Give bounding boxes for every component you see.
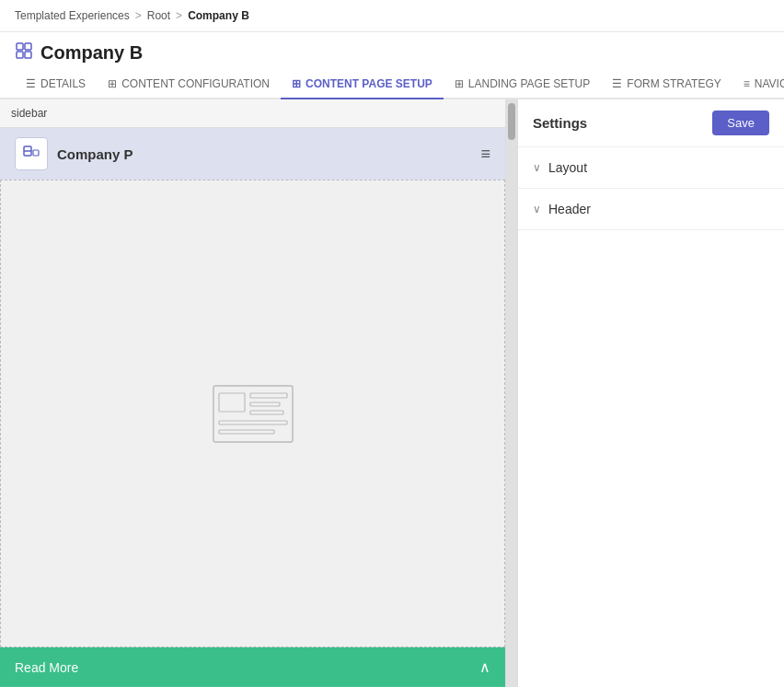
company-header-left: Company P: [15, 137, 133, 170]
svg-rect-12: [219, 430, 274, 434]
content-config-icon: ⊞: [108, 77, 117, 90]
svg-rect-11: [219, 421, 287, 425]
scrollbar-thumb[interactable]: [508, 103, 515, 140]
svg-rect-10: [250, 411, 283, 414]
tab-content-configuration[interactable]: ⊞ CONTENT CONFIGURATION: [97, 70, 281, 99]
svg-rect-9: [250, 402, 280, 406]
breadcrumb-sep-1: >: [135, 9, 142, 22]
company-header: Company P ≡: [0, 128, 505, 180]
content-page-setup-icon: ⊞: [292, 77, 301, 90]
svg-rect-7: [219, 393, 245, 412]
tab-content-page-setup[interactable]: ⊞ CONTENT PAGE SETUP: [281, 70, 444, 99]
tab-details[interactable]: ☰ DETAILS: [15, 70, 97, 99]
settings-header: Settings Save: [518, 99, 784, 147]
layout-chevron-icon: ∨: [533, 161, 541, 174]
page-header: Company B: [0, 32, 784, 70]
tab-navigation[interactable]: ≡ NAVIGATION: [732, 70, 784, 99]
tab-bar: ☰ DETAILS ⊞ CONTENT CONFIGURATION ⊞ CONT…: [0, 70, 784, 99]
svg-rect-3: [25, 52, 31, 58]
breadcrumb-item-3: Company B: [188, 9, 249, 22]
svg-rect-1: [25, 43, 31, 50]
left-panel: sidebar Company P ≡: [0, 99, 506, 687]
save-button[interactable]: Save: [712, 111, 769, 135]
sidebar-label: sidebar: [0, 99, 505, 128]
settings-title: Settings: [533, 115, 587, 131]
settings-section-layout: ∨ Layout: [518, 147, 784, 189]
wireframe-placeholder-icon: [212, 384, 294, 444]
header-chevron-icon: ∨: [533, 203, 541, 215]
form-strategy-icon: ☰: [612, 77, 622, 90]
layout-label: Layout: [548, 160, 587, 175]
svg-rect-8: [250, 393, 287, 398]
breadcrumb-sep-2: >: [176, 9, 182, 22]
svg-rect-0: [17, 43, 23, 50]
header-label: Header: [548, 202, 591, 216]
breadcrumb: Templated Experiences > Root > Company B: [0, 0, 784, 32]
settings-section-header: ∨ Header: [518, 189, 784, 230]
company-name: Company P: [57, 146, 133, 162]
settings-section-layout-header[interactable]: ∨ Layout: [518, 147, 784, 188]
read-more-label: Read More: [15, 660, 78, 675]
svg-rect-2: [17, 52, 23, 58]
main-layout: sidebar Company P ≡: [0, 99, 784, 687]
landing-page-icon: ⊞: [455, 77, 464, 90]
read-more-bar[interactable]: Read More ∧: [0, 647, 505, 687]
preview-area: Company P ≡ Read More ∧: [0, 128, 505, 687]
tab-form-strategy[interactable]: ☰ FORM STRATEGY: [601, 70, 732, 99]
page-icon: [15, 41, 33, 64]
chevron-up-icon: ∧: [479, 658, 490, 676]
scrollbar-track[interactable]: [506, 99, 517, 687]
breadcrumb-item-2[interactable]: Root: [147, 9, 170, 22]
right-panel: Settings Save ∨ Layout ∨ Header: [517, 99, 784, 687]
navigation-icon: ≡: [744, 77, 750, 90]
svg-rect-5: [33, 150, 39, 156]
company-avatar: [15, 137, 48, 170]
details-icon: ☰: [26, 77, 36, 90]
settings-section-header-header[interactable]: ∨ Header: [518, 189, 784, 229]
breadcrumb-item-1[interactable]: Templated Experiences: [15, 9, 130, 22]
tab-landing-page-setup[interactable]: ⊞ LANDING PAGE SETUP: [444, 70, 601, 99]
content-area: [0, 180, 505, 647]
hamburger-icon[interactable]: ≡: [480, 145, 490, 164]
page-title: Company B: [40, 42, 143, 64]
